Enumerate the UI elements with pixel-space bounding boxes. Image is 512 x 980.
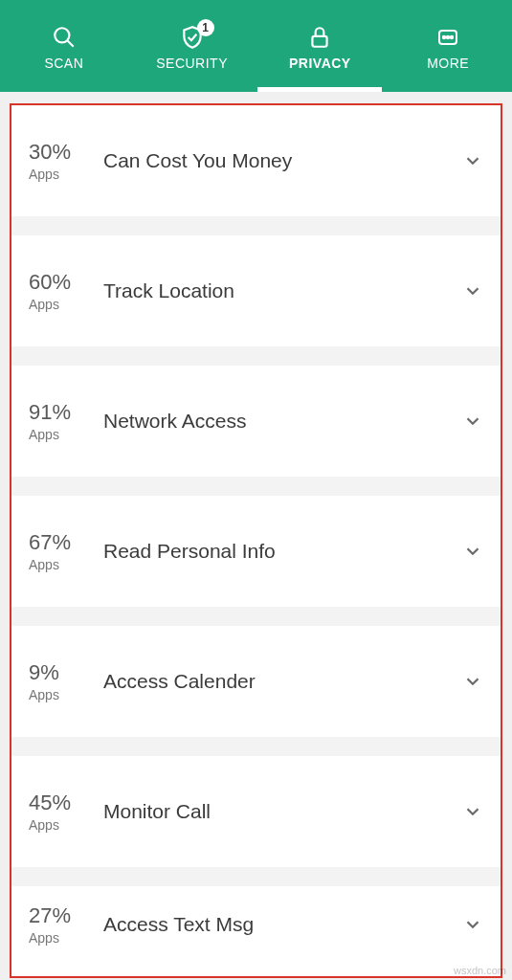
percentage-sub: Apps (29, 930, 59, 946)
percentage-value: 27% (29, 903, 71, 928)
percentage-block: 45% Apps (29, 791, 100, 833)
security-badge: 1 (197, 19, 214, 36)
row-title: Access Text Msg (100, 913, 462, 936)
chevron-down-icon (462, 411, 483, 432)
row-title: Access Calender (100, 670, 462, 693)
search-icon (52, 25, 77, 50)
percentage-sub: Apps (29, 557, 59, 572)
chevron-down-icon (462, 671, 483, 692)
privacy-row-network-access[interactable]: 91% Apps Network Access (11, 366, 501, 477)
nav-tab-privacy[interactable]: PRIVACY (256, 0, 385, 92)
percentage-block: 9% Apps (29, 660, 100, 702)
privacy-row-calendar[interactable]: 9% Apps Access Calender (11, 626, 501, 737)
percentage-sub: Apps (29, 427, 59, 442)
chevron-down-icon (462, 541, 483, 562)
percentage-sub: Apps (29, 687, 59, 702)
percentage-value: 45% (29, 791, 71, 815)
chevron-down-icon (462, 914, 483, 935)
svg-point-4 (443, 36, 445, 38)
percentage-block: 91% Apps (29, 400, 100, 442)
nav-label: SECURITY (156, 56, 228, 71)
privacy-row-text-msg[interactable]: 27% Apps Access Text Msg (11, 886, 501, 978)
privacy-row-cost-money[interactable]: 30% Apps Can Cost You Money (11, 105, 501, 216)
percentage-block: 30% Apps (29, 140, 100, 182)
chevron-down-icon (462, 801, 483, 822)
shield-check-icon: 1 (180, 25, 205, 50)
svg-line-1 (67, 40, 74, 47)
chevron-down-icon (462, 150, 483, 171)
row-title: Can Cost You Money (100, 149, 462, 172)
active-tab-indicator (257, 87, 382, 92)
top-nav-bar: SCAN 1 SECURITY PRIVACY (0, 0, 512, 92)
percentage-value: 60% (29, 270, 71, 295)
percentage-value: 9% (29, 660, 59, 685)
percentage-value: 30% (29, 140, 71, 165)
svg-point-0 (55, 28, 69, 42)
chevron-down-icon (462, 280, 483, 301)
nav-tab-security[interactable]: 1 SECURITY (128, 0, 256, 92)
row-title: Monitor Call (100, 800, 462, 823)
row-title: Read Personal Info (100, 540, 462, 563)
privacy-row-monitor-call[interactable]: 45% Apps Monitor Call (11, 756, 501, 867)
privacy-row-personal-info[interactable]: 67% Apps Read Personal Info (11, 496, 501, 607)
percentage-block: 27% Apps (29, 903, 100, 946)
percentage-value: 67% (29, 530, 71, 555)
privacy-list-frame: 30% Apps Can Cost You Money 60% Apps Tra… (10, 103, 502, 978)
more-box-icon (435, 25, 460, 50)
percentage-block: 67% Apps (29, 530, 100, 572)
percentage-sub: Apps (29, 297, 59, 312)
nav-label: SCAN (44, 56, 83, 71)
lock-icon (307, 25, 332, 50)
svg-rect-2 (313, 36, 327, 47)
percentage-sub: Apps (29, 817, 59, 833)
nav-label: PRIVACY (289, 56, 351, 71)
row-title: Track Location (100, 279, 462, 302)
nav-tab-scan[interactable]: SCAN (0, 0, 128, 92)
svg-point-5 (447, 36, 449, 38)
nav-label: MORE (427, 56, 469, 71)
percentage-sub: Apps (29, 167, 59, 182)
percentage-block: 60% Apps (29, 270, 100, 312)
privacy-row-track-location[interactable]: 60% Apps Track Location (11, 235, 501, 346)
percentage-value: 91% (29, 400, 71, 425)
row-title: Network Access (100, 410, 462, 433)
nav-tab-more[interactable]: MORE (384, 0, 512, 92)
svg-point-6 (451, 36, 453, 38)
watermark-text: wsxdn.com (454, 965, 506, 976)
